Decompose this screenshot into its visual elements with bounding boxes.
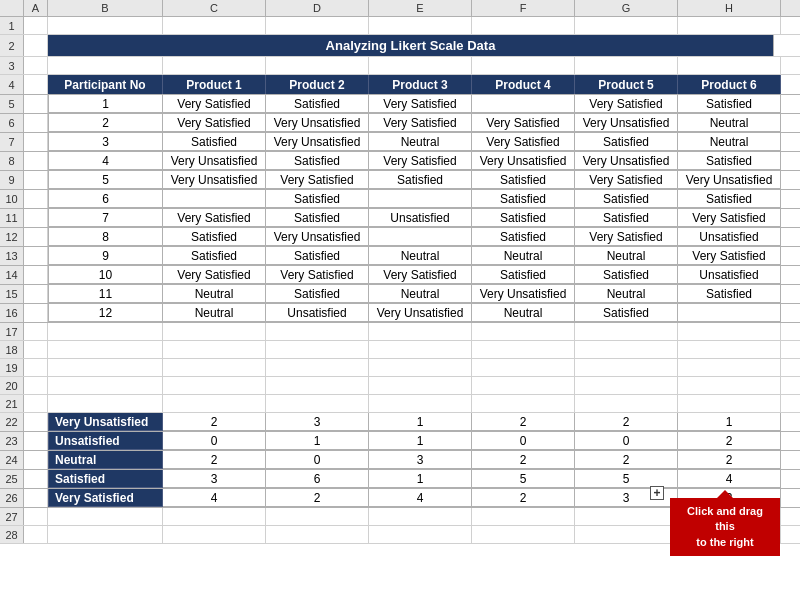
cell-a9[interactable] (24, 171, 48, 189)
cell-b6[interactable]: 2 (48, 114, 163, 132)
cell-g1[interactable] (575, 17, 678, 34)
cell-h25[interactable]: 4 (678, 470, 781, 488)
cell-a12[interactable] (24, 228, 48, 246)
cell-f3[interactable] (472, 57, 575, 74)
cell-a4[interactable] (24, 75, 48, 94)
cell-a6[interactable] (24, 114, 48, 132)
cell-b3[interactable] (48, 57, 163, 74)
col-header-f[interactable]: F (472, 0, 575, 16)
col-header-h[interactable]: H (678, 0, 781, 16)
cell-h7[interactable]: Neutral (678, 133, 781, 151)
cell-g14[interactable]: Satisfied (575, 266, 678, 284)
cell-h12[interactable]: Unsatisfied (678, 228, 781, 246)
cell-f23[interactable]: 0 (472, 432, 575, 450)
cell-f22[interactable]: 2 (472, 413, 575, 431)
cell-h16[interactable] (678, 304, 781, 322)
cell-d9[interactable]: Very Satisfied (266, 171, 369, 189)
cell-e14[interactable]: Very Satisfied (369, 266, 472, 284)
cell-f25[interactable]: 5 (472, 470, 575, 488)
cell-c22[interactable]: 2 (163, 413, 266, 431)
cell-e5[interactable]: Very Satisfied (369, 95, 472, 113)
cell-h5[interactable]: Satisfied (678, 95, 781, 113)
cell-d5[interactable]: Satisfied (266, 95, 369, 113)
cell-f16[interactable]: Neutral (472, 304, 575, 322)
cell-b12[interactable]: 8 (48, 228, 163, 246)
cell-c26[interactable]: 4 (163, 489, 266, 507)
cell-f7[interactable]: Very Satisfied (472, 133, 575, 151)
cell-e7[interactable]: Neutral (369, 133, 472, 151)
cell-f6[interactable]: Very Satisfied (472, 114, 575, 132)
col-header-d[interactable]: D (266, 0, 369, 16)
cell-a27[interactable] (24, 508, 48, 525)
cell-b13[interactable]: 9 (48, 247, 163, 265)
cell-b7[interactable]: 3 (48, 133, 163, 151)
cell-f24[interactable]: 2 (472, 451, 575, 469)
col-header-b[interactable]: B (48, 0, 163, 16)
cell-a25[interactable] (24, 470, 48, 488)
cell-a22[interactable] (24, 413, 48, 431)
cell-e22[interactable]: 1 (369, 413, 472, 431)
cell-c3[interactable] (163, 57, 266, 74)
cell-e1[interactable] (369, 17, 472, 34)
cell-g6[interactable]: Very Unsatisfied (575, 114, 678, 132)
cell-d13[interactable]: Satisfied (266, 247, 369, 265)
cell-e27[interactable] (369, 508, 472, 525)
cell-c16[interactable]: Neutral (163, 304, 266, 322)
cell-c12[interactable]: Satisfied (163, 228, 266, 246)
cell-b10[interactable]: 6 (48, 190, 163, 208)
cell-e12[interactable] (369, 228, 472, 246)
cell-g24[interactable]: 2 (575, 451, 678, 469)
cell-e25[interactable]: 1 (369, 470, 472, 488)
cell-c10[interactable] (163, 190, 266, 208)
cell-c15[interactable]: Neutral (163, 285, 266, 303)
cell-f15[interactable]: Very Unsatisfied (472, 285, 575, 303)
cell-a14[interactable] (24, 266, 48, 284)
cell-d11[interactable]: Satisfied (266, 209, 369, 227)
cell-b28[interactable] (48, 526, 163, 543)
cell-b5[interactable]: 1 (48, 95, 163, 113)
cell-b1[interactable] (48, 17, 163, 34)
cell-a26[interactable] (24, 489, 48, 507)
cell-f5[interactable] (472, 95, 575, 113)
cell-a5[interactable] (24, 95, 48, 113)
cell-e6[interactable]: Very Satisfied (369, 114, 472, 132)
cell-f10[interactable]: Satisfied (472, 190, 575, 208)
cell-d27[interactable] (266, 508, 369, 525)
cell-d22[interactable]: 3 (266, 413, 369, 431)
cell-f8[interactable]: Very Unsatisfied (472, 152, 575, 170)
cell-h24[interactable]: 2 (678, 451, 781, 469)
cell-a15[interactable] (24, 285, 48, 303)
cell-a7[interactable] (24, 133, 48, 151)
col-header-a[interactable]: A (24, 0, 48, 16)
cell-d16[interactable]: Unsatisfied (266, 304, 369, 322)
cell-c9[interactable]: Very Unsatisfied (163, 171, 266, 189)
cell-h6[interactable]: Neutral (678, 114, 781, 132)
cell-e10[interactable] (369, 190, 472, 208)
cell-h23[interactable]: 2 (678, 432, 781, 450)
cell-d14[interactable]: Very Satisfied (266, 266, 369, 284)
cell-h22[interactable]: 1 (678, 413, 781, 431)
cell-a13[interactable] (24, 247, 48, 265)
cell-g16[interactable]: Satisfied (575, 304, 678, 322)
cell-d3[interactable] (266, 57, 369, 74)
cell-g12[interactable]: Very Satisfied (575, 228, 678, 246)
expand-icon[interactable]: + (650, 486, 664, 500)
cell-c25[interactable]: 3 (163, 470, 266, 488)
cell-d28[interactable] (266, 526, 369, 543)
cell-e8[interactable]: Very Satisfied (369, 152, 472, 170)
cell-h9[interactable]: Very Unsatisfied (678, 171, 781, 189)
cell-b11[interactable]: 7 (48, 209, 163, 227)
cell-e28[interactable] (369, 526, 472, 543)
cell-d25[interactable]: 6 (266, 470, 369, 488)
cell-g10[interactable]: Satisfied (575, 190, 678, 208)
cell-b27[interactable] (48, 508, 163, 525)
cell-b16[interactable]: 12 (48, 304, 163, 322)
cell-d6[interactable]: Very Unsatisfied (266, 114, 369, 132)
cell-h13[interactable]: Very Satisfied (678, 247, 781, 265)
cell-e13[interactable]: Neutral (369, 247, 472, 265)
cell-d23[interactable]: 1 (266, 432, 369, 450)
cell-f26[interactable]: 2 (472, 489, 575, 507)
cell-c6[interactable]: Very Satisfied (163, 114, 266, 132)
cell-a10[interactable] (24, 190, 48, 208)
cell-a8[interactable] (24, 152, 48, 170)
